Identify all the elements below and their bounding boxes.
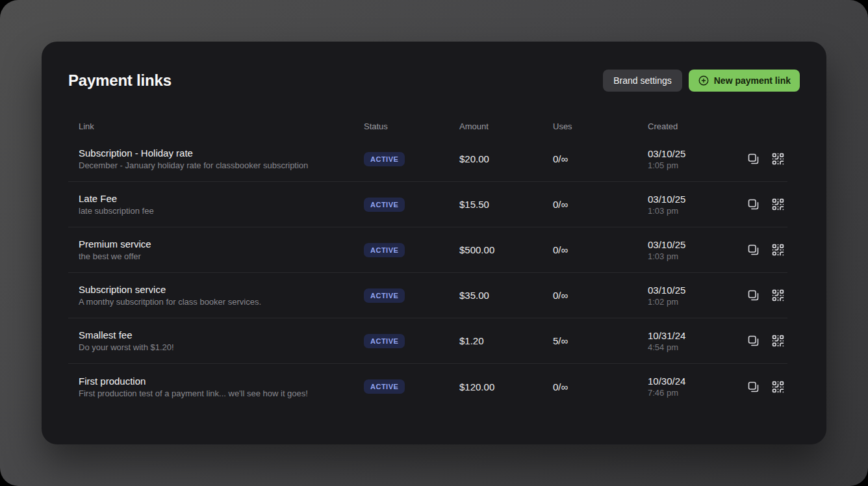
row-actions — [744, 334, 787, 348]
uses-value: 0/∞ — [553, 290, 648, 301]
created-time: 7:46 pm — [648, 388, 744, 398]
payment-link-title: Late Fee — [79, 193, 364, 204]
copy-link-button[interactable] — [746, 198, 760, 212]
qr-code-button[interactable] — [771, 334, 785, 348]
created-time: 1:02 pm — [648, 297, 744, 307]
created-time: 1:05 pm — [648, 160, 744, 170]
link-cell: Subscription service A monthy subscritpt… — [68, 284, 364, 307]
payment-link-description: the best we offer — [79, 251, 364, 261]
new-payment-link-button[interactable]: New payment link — [689, 70, 800, 92]
link-cell: Late Fee late subscription fee — [68, 193, 364, 216]
payment-link-description: First production test of a payment link.… — [79, 389, 364, 398]
row-actions — [744, 379, 787, 394]
payment-link-description: Do your worst with $1.20! — [79, 342, 364, 352]
created-cell: 03/10/25 1:03 pm — [648, 194, 744, 216]
created-time: 4:54 pm — [648, 342, 744, 352]
table-row: First production First production test o… — [68, 364, 787, 409]
status-badge: ACTIVE — [364, 198, 405, 212]
status-cell: ACTIVE — [364, 379, 459, 394]
table-row: Late Fee late subscription fee ACTIVE $1… — [68, 182, 787, 227]
column-header-link: Link — [68, 122, 364, 131]
created-date: 10/30/24 — [648, 376, 744, 387]
amount-value: $1.20 — [459, 335, 553, 346]
amount-value: $35.00 — [459, 290, 553, 301]
link-cell: Smallest fee Do your worst with $1.20! — [68, 329, 364, 352]
link-cell: Premium service the best we offer — [68, 238, 364, 261]
status-cell: ACTIVE — [364, 334, 459, 348]
copy-link-button[interactable] — [746, 334, 760, 348]
copy-icon — [747, 334, 760, 348]
payment-link-description: late subscription fee — [79, 206, 364, 216]
table-body: Subscription - Holiday rate December - J… — [68, 136, 787, 409]
status-cell: ACTIVE — [364, 152, 459, 166]
row-actions — [744, 198, 787, 212]
page-title: Payment links — [68, 71, 172, 90]
column-header-uses: Uses — [553, 122, 648, 131]
status-badge: ACTIVE — [364, 334, 405, 348]
created-cell: 10/31/24 4:54 pm — [648, 330, 744, 352]
status-badge: ACTIVE — [364, 379, 405, 394]
amount-value: $20.00 — [459, 153, 553, 164]
payment-link-title: Subscription service — [79, 284, 364, 295]
copy-icon — [747, 380, 760, 394]
copy-link-button[interactable] — [746, 379, 760, 394]
qr-code-icon — [771, 243, 785, 257]
copy-link-button[interactable] — [746, 288, 760, 303]
copy-icon — [747, 288, 760, 302]
column-header-status: Status — [364, 122, 459, 131]
payment-link-description: December - January holiday rate for clas… — [79, 160, 364, 170]
qr-code-icon — [771, 380, 785, 394]
table-row: Subscription - Holiday rate December - J… — [68, 136, 787, 182]
copy-icon — [747, 198, 760, 211]
payment-link-title: Premium service — [79, 238, 364, 249]
qr-code-icon — [771, 288, 785, 302]
created-time: 1:03 pm — [648, 251, 744, 261]
created-date: 03/10/25 — [648, 148, 744, 159]
qr-code-icon — [771, 334, 785, 348]
brand-settings-button[interactable]: Brand settings — [603, 70, 682, 92]
status-cell: ACTIVE — [364, 243, 459, 257]
created-time: 1:03 pm — [648, 206, 744, 216]
brand-settings-label: Brand settings — [613, 75, 672, 86]
row-actions — [744, 152, 787, 166]
created-date: 10/31/24 — [648, 330, 744, 341]
payment-link-description: A monthy subscritption for class booker … — [79, 297, 364, 307]
status-cell: ACTIVE — [364, 198, 459, 212]
qr-code-icon — [771, 198, 785, 211]
created-date: 03/10/25 — [648, 285, 744, 296]
created-cell: 10/30/24 7:46 pm — [648, 376, 744, 398]
desktop-background: Payment links Brand settings New payment… — [0, 0, 868, 486]
amount-value: $120.00 — [459, 381, 553, 392]
qr-code-button[interactable] — [771, 152, 785, 166]
qr-code-button[interactable] — [771, 288, 785, 303]
payment-link-title: First production — [79, 376, 364, 387]
qr-code-button[interactable] — [771, 243, 785, 257]
link-cell: First production First production test o… — [68, 376, 364, 398]
created-cell: 03/10/25 1:02 pm — [648, 285, 744, 307]
uses-value: 0/∞ — [553, 381, 648, 392]
copy-link-button[interactable] — [746, 243, 760, 257]
created-date: 03/10/25 — [648, 194, 744, 205]
payment-link-title: Smallest fee — [79, 329, 364, 340]
payment-links-panel: Payment links Brand settings New payment… — [42, 42, 826, 444]
qr-code-button[interactable] — [771, 198, 785, 212]
column-header-amount: Amount — [459, 122, 553, 131]
status-cell: ACTIVE — [364, 288, 459, 303]
table-row: Smallest fee Do your worst with $1.20! A… — [68, 318, 787, 364]
uses-value: 0/∞ — [553, 153, 648, 164]
uses-value: 5/∞ — [553, 335, 648, 346]
copy-icon — [747, 243, 760, 257]
payment-links-table: Link Status Amount Uses Created Subscrip… — [68, 116, 787, 409]
amount-value: $500.00 — [459, 244, 553, 255]
copy-icon — [747, 152, 760, 166]
created-cell: 03/10/25 1:03 pm — [648, 239, 744, 261]
status-badge: ACTIVE — [364, 152, 405, 166]
panel-header: Payment links Brand settings New payment… — [68, 70, 800, 92]
copy-link-button[interactable] — [746, 152, 760, 166]
link-cell: Subscription - Holiday rate December - J… — [68, 147, 364, 170]
created-date: 03/10/25 — [648, 239, 744, 250]
amount-value: $15.50 — [459, 199, 553, 210]
row-actions — [744, 288, 787, 303]
status-badge: ACTIVE — [364, 243, 405, 257]
qr-code-button[interactable] — [771, 379, 785, 394]
